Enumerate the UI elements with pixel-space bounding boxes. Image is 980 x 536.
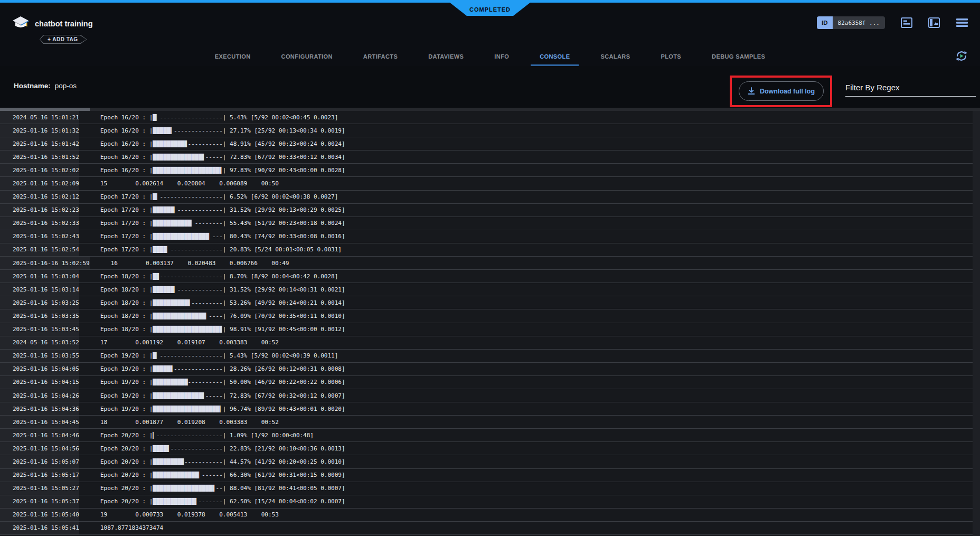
tab-execution[interactable]: EXECUTION: [200, 53, 266, 66]
tab-scalars[interactable]: SCALARS: [585, 53, 645, 66]
menu-icon[interactable]: [956, 18, 968, 27]
progress-bar: |███████████████████▍|: [149, 406, 230, 412]
log-timestamp: 2025-01-16 15:04:45: [0, 416, 79, 428]
log-timestamp: 2025-01-16 15:02:09: [0, 177, 79, 190]
log-message: Epoch 17/20 : |████▏---------------| 20.…: [79, 246, 342, 253]
id-label: ID: [817, 16, 833, 29]
progress-bar: |██████████▋---------|: [149, 299, 230, 306]
tab-console[interactable]: CONSOLE: [524, 53, 585, 66]
download-button-label: Download full log: [760, 88, 815, 95]
download-full-log-button[interactable]: Download full log: [739, 81, 824, 101]
log-table: 2024-05-16 15:01:21Epoch 16/20 : |█▏----…: [0, 111, 980, 536]
details-icon[interactable]: [901, 17, 912, 28]
log-timestamp: 2025-01-16 15:03:55: [0, 350, 79, 362]
log-row: 2025-01-16 15:05:07Epoch 20/20 : |██████…: [0, 455, 980, 468]
log-timestamp: 2025-01-16 15:02:23: [0, 204, 79, 217]
progress-bar: |███████████████▎----|: [149, 313, 230, 319]
log-row: 2025-01-16 15:03:55Epoch 19/20 : |█▏----…: [0, 350, 980, 363]
log-timestamp: 2025-01-16 15:01:32: [0, 124, 79, 137]
log-message: Epoch 17/20 : |████████████████▏---| 80.…: [79, 233, 345, 240]
log-timestamp: 2025-01-16 15:02:02: [0, 164, 79, 176]
log-timestamp: 2025-01-16 15:05:27: [0, 482, 79, 495]
progress-bar: |███████████████████▋|: [149, 167, 230, 174]
log-timestamp: 2025-01-16 15:02:33: [0, 217, 79, 230]
log-row: 2025-01-16 15:04:36Epoch 19/20 : |██████…: [0, 402, 980, 416]
log-timestamp: 2025-01-16 15:01:42: [0, 137, 79, 150]
split-view-icon[interactable]: [928, 17, 940, 28]
progress-bar: |█████▍--------------|: [149, 127, 230, 134]
log-timestamp: 2025-01-16 15:05:07: [0, 455, 79, 468]
log-timestamp: 2025-01-16-16 15:02:59: [0, 257, 90, 269]
log-message: Epoch 18/20 : |███████████████▎----| 76.…: [79, 313, 345, 319]
refresh-icon[interactable]: [955, 49, 968, 63]
accent-top-strip: [0, 0, 980, 3]
log-message: Epoch 18/20 : |██████▎-------------| 31.…: [79, 286, 345, 293]
log-message: Epoch 20/20 : |█████████████████▋--| 88.…: [79, 485, 345, 492]
progress-bar: |██████▎-------------|: [149, 286, 230, 293]
log-message: Epoch 17/20 : |███████████▏--------| 55.…: [79, 220, 345, 227]
log-row: 2025-01-16 15:02:23Epoch 17/20 : |██████…: [0, 204, 980, 217]
log-message: 19 0.000733 0.019378 0.005413 00:53: [79, 511, 279, 518]
log-timestamp: 2025-01-16 15:04:36: [0, 402, 79, 415]
progress-bar: |▎-------------------|: [149, 432, 230, 439]
log-row: 2025-01-16 15:05:27Epoch 20/20 : |██████…: [0, 482, 980, 495]
tab-dataviews[interactable]: DATAVIEWS: [413, 53, 479, 66]
log-row: 2025-01-16 15:04:26Epoch 19/20 : |██████…: [0, 389, 980, 402]
tab-configuration[interactable]: CONFIGURATION: [266, 53, 348, 66]
log-message: 15 0.002614 0.020804 0.006089 00:50: [79, 180, 279, 187]
log-message: Epoch 19/20 : |█████▋--------------| 28.…: [79, 365, 345, 372]
log-message: Epoch 19/20 : |██████████----------| 50.…: [79, 379, 345, 385]
log-message: Epoch 20/20 : |████▋---------------| 22.…: [79, 445, 345, 452]
log-timestamp: 2025-01-16 15:03:14: [0, 283, 79, 296]
progress-bar: |█████████▊----------|: [149, 140, 230, 147]
log-timestamp: 2024-05-16 15:01:21: [0, 111, 79, 124]
log-row: 2025-01-16 15:04:05Epoch 19/20 : |█████▋…: [0, 363, 980, 376]
log-message: Epoch 19/20 : |███████████████████▍| 96.…: [79, 406, 345, 412]
log-message: 17 0.001192 0.019107 0.003383 00:52: [79, 339, 279, 346]
log-message: Epoch 18/20 : |██████████▋---------| 53.…: [79, 299, 345, 306]
log-message: Epoch 20/20 : |████████████▌-------| 62.…: [79, 498, 345, 505]
log-message: Epoch 20/20 : |▎-------------------| 1.0…: [79, 432, 314, 439]
log-message: Epoch 19/20 : |█▏------------------| 5.4…: [79, 352, 338, 359]
console-toolbar: Hostname:pop-os Download full log: [0, 66, 980, 108]
log-timestamp: 2025-01-16 15:04:46: [0, 429, 79, 441]
download-icon: [748, 87, 755, 95]
hostname: Hostname:pop-os: [14, 82, 77, 90]
experiment-id-pill[interactable]: ID 82a6358f ...: [817, 16, 885, 29]
tab-plots[interactable]: PLOTS: [645, 53, 696, 66]
add-tag-button[interactable]: + ADD TAG: [40, 35, 87, 44]
progress-bar: |█▏------------------|: [149, 114, 230, 121]
log-message: Epoch 20/20 : |████████▉-----------| 44.…: [79, 458, 345, 465]
log-message: Epoch 16/20 : |██████████████▋-----| 72.…: [79, 154, 345, 161]
log-message: Epoch 18/20 : |█▊------------------| 8.7…: [79, 273, 338, 280]
log-row: 2025-01-16 15:01:52Epoch 16/20 : |██████…: [0, 151, 980, 164]
tab-debug-samples[interactable]: DEBUG SAMPLES: [696, 53, 780, 66]
log-message: Epoch 16/20 : |█████▍--------------| 27.…: [79, 127, 345, 134]
tab-artifacts[interactable]: ARTIFACTS: [348, 53, 413, 66]
progress-bar: |█▊------------------|: [149, 273, 230, 280]
filter-regex-input[interactable]: [845, 79, 976, 97]
log-row: 2025-01-16 15:04:46Epoch 20/20 : |▎-----…: [0, 429, 980, 442]
progress-bar: |█████████████████▋--|: [149, 485, 230, 492]
log-row: 2025-01-16 15:01:32Epoch 16/20 : |█████▍…: [0, 124, 980, 137]
log-row: 2025-01-16 15:02:12Epoch 17/20 : |█▎----…: [0, 191, 980, 204]
log-timestamp: 2025-01-16 15:03:35: [0, 309, 79, 322]
log-timestamp: 2025-01-16 15:05:17: [0, 469, 79, 482]
progress-bar: |█▎------------------|: [149, 193, 230, 200]
log-timestamp: 2025-01-16 15:05:40: [0, 509, 79, 521]
log-message: Epoch 20/20 : |█████████████▎------| 66.…: [79, 472, 345, 478]
tab-info[interactable]: INFO: [479, 53, 524, 66]
log-row: 2025-01-16 15:05:37Epoch 20/20 : |██████…: [0, 495, 980, 509]
log-timestamp: 2025-01-16 15:04:05: [0, 363, 79, 375]
progress-bar: |███████████████████▊|: [149, 326, 230, 333]
log-timestamp: 2025-01-16 15:02:54: [0, 243, 79, 256]
log-timestamp: 2025-01-16 15:03:04: [0, 270, 79, 283]
log-row: 2025-01-16 15:02:54Epoch 17/20 : |████▏-…: [0, 243, 980, 257]
experiment-title[interactable]: chatbot training: [35, 20, 93, 28]
log-timestamp: 2025-01-16 15:03:45: [0, 323, 79, 336]
add-tag-label: + ADD TAG: [40, 35, 87, 43]
log-row: 2025-01-16 15:02:02Epoch 16/20 : |██████…: [0, 164, 980, 177]
log-message: Epoch 18/20 : |███████████████████▊| 98.…: [79, 326, 345, 333]
log-timestamp: 2025-01-16 15:05:37: [0, 495, 79, 508]
progress-bar: |██████████----------|: [149, 379, 230, 385]
